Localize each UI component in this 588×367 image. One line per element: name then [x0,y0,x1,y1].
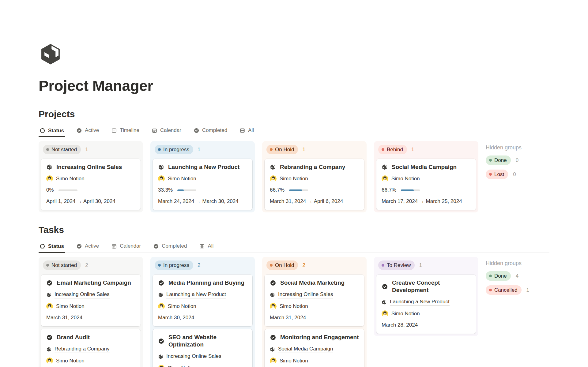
status-chip-on-hold[interactable]: On Hold [266,260,298,270]
tab-status[interactable]: Status [39,240,65,253]
tab-label: Active [85,127,99,133]
tasks-heading: Tasks [39,225,549,235]
person-row: Simo Notion [270,303,359,310]
status-chip-lost[interactable]: Lost [486,170,508,179]
due-date: March 30, 2024 [158,314,194,321]
tab-label: Active [85,243,99,249]
tab-label: Timeline [120,127,139,133]
status-chip-in-progress[interactable]: In progress [155,145,193,154]
avatar [270,358,277,364]
progress-bar [58,189,77,191]
tab-status[interactable]: Status [39,124,65,137]
card-title: Media Planning and Buying [158,279,247,286]
progress-row: 66.7% [382,187,471,193]
project-card[interactable]: Social Media CampaignSimo Notion66.7%Mar… [376,159,476,210]
status-dashed-circle-icon [40,128,45,133]
related-project-link[interactable]: Increasing Online Sales [166,353,221,360]
check-circle-icon [158,338,164,344]
task-card[interactable]: Creative Concept DevelopmentLaunching a … [376,275,476,334]
check-circle-icon [382,283,388,290]
status-chip-not-started[interactable]: Not started [43,260,81,270]
column-count: 2 [302,262,305,268]
check-circle-icon [46,280,53,286]
project-card[interactable]: Rebranding a CompanySimo Notion66.7%Marc… [265,159,364,210]
calendar-icon [152,128,157,133]
hidden-groups: Hidden groupsDone4Cancelled1 [486,257,549,295]
date-row: March 31, 2024 [270,314,359,321]
project-card[interactable]: Increasing Online SalesSimo Notion0%Apri… [41,159,141,210]
related-project-link[interactable]: Launching a New Product [166,291,226,298]
hidden-group-count: 0 [513,171,516,178]
avatar [46,303,53,310]
related-project-link[interactable]: Launching a New Product [390,298,450,306]
task-card[interactable]: Email Marketing CampaignIncreasing Onlin… [41,275,141,326]
status-dot-icon [489,289,492,291]
tab-active[interactable]: Active [75,124,100,137]
date-range: March 24, 2024 → March 30, 2024 [158,198,239,205]
board-column-in-progress: In progress2Media Planning and BuyingLau… [150,257,255,367]
related-project-link[interactable]: Rebranding a Company [55,346,110,353]
task-card[interactable]: SEO and Website OptimizationIncreasing O… [153,329,252,367]
check-circle-icon [270,334,276,341]
status-chip-to-review[interactable]: To Review [378,260,415,270]
hidden-group-done: Done0 [486,155,549,165]
tab-calendar[interactable]: Calendar [151,124,182,137]
board-column-in-progress: In progress1Launching a New ProductSimo … [150,141,255,212]
check-circle-icon [76,128,82,133]
tab-all[interactable]: All [239,124,255,137]
hidden-group-count: 4 [516,273,518,279]
task-card[interactable]: Monitoring and EngagementSocial Media Ca… [265,329,364,367]
card-title: SEO and Website Optimization [158,334,247,348]
project-card[interactable]: Launching a New ProductSimo Notion33.3%M… [153,159,252,210]
page-content: Project Manager Projects StatusActiveTim… [39,0,549,367]
card-title: Rebranding a Company [270,163,359,171]
column-count: 1 [198,147,200,153]
task-card[interactable]: Social Media MarketingIncreasing Online … [265,275,364,326]
check-circle-icon [158,280,164,286]
task-card[interactable]: Brand AuditRebranding a CompanySimo Noti… [41,329,141,367]
progress-row: 66.7% [270,187,359,193]
card-title: Monitoring and Engagement [270,334,359,341]
status-dot-icon [489,275,492,277]
progress-bar [289,189,308,191]
status-chip-done[interactable]: Done [486,155,511,165]
person-name: Simo Notion [391,310,420,317]
progress-row: 0% [46,187,135,193]
tab-label: Status [48,243,64,249]
status-chip-in-progress[interactable]: In progress [155,260,193,270]
tab-timeline[interactable]: Timeline [110,124,140,137]
related-project-link[interactable]: Increasing Online Sales [55,291,110,298]
column-count: 2 [85,262,88,268]
related-project-link[interactable]: Social Media Campaign [278,346,333,353]
column-header: Behind1 [376,143,477,156]
hidden-group-cancelled: Cancelled1 [486,285,549,295]
tab-completed[interactable]: Completed [152,240,188,253]
card-title-text: Increasing Online Sales [56,163,122,171]
task-card[interactable]: Media Planning and BuyingLaunching a New… [153,275,252,326]
tab-completed[interactable]: Completed [193,124,228,137]
tab-all[interactable]: All [198,240,214,253]
avatar [46,358,53,364]
tab-label: All [248,127,254,133]
person-name: Simo Notion [391,175,420,182]
status-chip-cancelled[interactable]: Cancelled [486,285,522,295]
related-project-link[interactable]: Increasing Online Sales [278,291,333,298]
status-dot-icon [489,159,492,162]
card-title-text: Media Planning and Buying [168,279,244,286]
status-chip-done[interactable]: Done [486,271,511,281]
status-chip-behind[interactable]: Behind [378,145,407,154]
date-row: March 28, 2024 [382,322,471,328]
grid-icon [199,243,205,249]
package-icon [382,300,387,305]
tab-active[interactable]: Active [75,240,100,253]
person-row: Simo Notion [158,303,247,310]
card-title-text: SEO and Website Optimization [168,334,247,348]
tab-calendar[interactable]: Calendar [110,240,142,253]
package-icon [158,354,163,359]
tab-label: Completed [202,127,227,133]
status-chip-on-hold[interactable]: On Hold [266,145,298,154]
status-dot-icon [46,264,49,267]
package-icon [158,292,163,298]
status-chip-not-started[interactable]: Not started [43,145,81,154]
hidden-group-count: 1 [526,287,529,293]
